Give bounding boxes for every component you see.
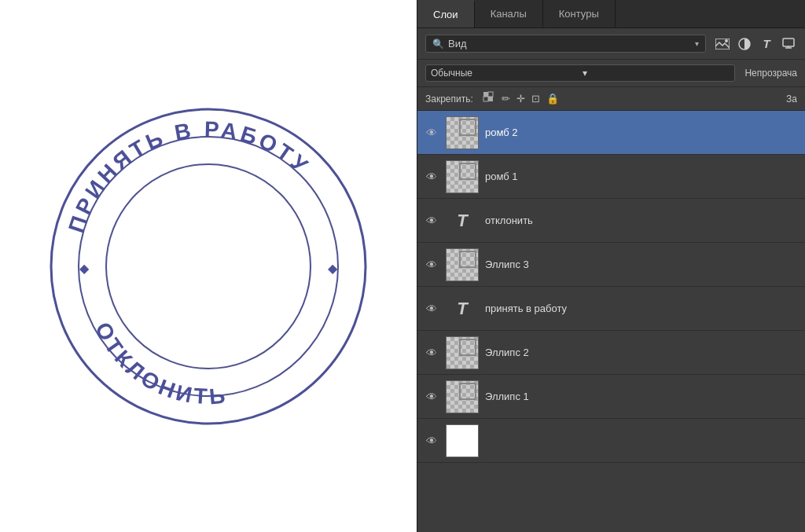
visibility-icon[interactable]: 👁 — [424, 257, 439, 273]
visibility-icon[interactable]: 👁 — [424, 433, 439, 449]
layer-thumbnail — [446, 336, 479, 369]
svg-point-8 — [725, 39, 728, 42]
lock-move-icon[interactable]: ✛ — [516, 93, 525, 105]
svg-point-2 — [106, 164, 311, 369]
panel-tabs: Слои Каналы Контуры — [417, 0, 805, 28]
layer-item[interactable]: 👁 Эллипс 1 — [417, 375, 805, 419]
text-layer-icon: T — [446, 204, 479, 237]
layer-name: отклонить — [485, 215, 799, 226]
layer-item[interactable]: 👁 Эллипс 3 — [417, 243, 805, 287]
svg-rect-14 — [488, 92, 493, 97]
layer-item[interactable]: 👁 T отклонить — [417, 199, 805, 243]
svg-rect-13 — [483, 92, 488, 97]
svg-text:◆: ◆ — [79, 262, 90, 275]
svg-rect-16 — [488, 97, 493, 101]
image-icon-btn[interactable] — [714, 35, 731, 53]
svg-text:ПРИНЯТЬ В РАБОТУ: ПРИНЯТЬ В РАБОТУ — [64, 116, 314, 235]
lock-checkered-icon[interactable] — [483, 91, 495, 106]
text-layer-icon: T — [446, 292, 479, 325]
layer-name: ромб 1 — [485, 171, 799, 182]
visibility-icon[interactable]: 👁 — [424, 213, 439, 229]
canvas-area: ПРИНЯТЬ В РАБОТУ ОТКЛОНИТЬ ◆ ◆ — [0, 0, 417, 532]
svg-rect-10 — [783, 39, 794, 46]
layer-name: Эллипс 2 — [485, 347, 799, 358]
layer-item[interactable]: 👁 — [417, 419, 805, 463]
chevron-down-icon: ▾ — [695, 39, 699, 48]
more-icon-btn[interactable] — [780, 35, 797, 53]
blend-dropdown-arrow: ▾ — [583, 68, 730, 79]
svg-rect-15 — [483, 97, 488, 101]
layer-name: принять в работу — [485, 303, 799, 314]
layer-thumbnail — [446, 380, 479, 413]
visibility-icon[interactable]: 👁 — [424, 125, 439, 141]
layer-name: Эллипс 1 — [485, 391, 799, 402]
stamp-preview: ПРИНЯТЬ В РАБОТУ ОТКЛОНИТЬ ◆ ◆ — [43, 101, 373, 431]
lock-brush-icon[interactable]: ✏ — [502, 93, 510, 105]
layer-item[interactable]: 👁 Эллипс 2 — [417, 331, 805, 375]
tab-layers[interactable]: Слои — [417, 0, 475, 28]
search-input[interactable] — [448, 38, 691, 50]
visibility-icon[interactable]: 👁 — [424, 301, 439, 317]
tab-paths[interactable]: Контуры — [543, 0, 616, 28]
layers-panel: Слои Каналы Контуры 🔍 ▾ T — [417, 0, 805, 532]
svg-text:◆: ◆ — [328, 262, 338, 275]
blend-mode-row: Обычные ▾ Непрозрача — [417, 60, 805, 87]
layer-item[interactable]: 👁 ромб 2 — [417, 111, 805, 155]
panel-icon-bar: T — [714, 35, 797, 53]
visibility-icon[interactable]: 👁 — [424, 389, 439, 405]
layer-item[interactable]: 👁 ромб 1 — [417, 155, 805, 199]
layer-thumbnail — [446, 116, 479, 149]
fill-label: За — [786, 94, 797, 105]
search-bar: 🔍 ▾ T — [417, 28, 805, 60]
lock-artboard-icon[interactable]: ⊡ — [531, 93, 540, 105]
blend-mode-select[interactable]: Обычные ▾ — [425, 64, 735, 82]
layer-item[interactable]: 👁 T принять в работу — [417, 287, 805, 331]
lock-label: Закрепить: — [425, 94, 473, 105]
visibility-icon[interactable]: 👁 — [424, 169, 439, 185]
search-wrapper[interactable]: 🔍 ▾ — [425, 35, 706, 53]
layer-name: Эллипс 3 — [485, 259, 799, 270]
opacity-label: Непрозрача — [744, 68, 797, 79]
circle-half-icon-btn[interactable] — [736, 35, 753, 53]
layers-list: 👁 ромб 2 👁 ромб 1 👁 T отклонить 👁 — [417, 111, 805, 532]
tab-channels[interactable]: Каналы — [475, 0, 543, 28]
layer-thumbnail — [446, 424, 479, 457]
visibility-icon[interactable]: 👁 — [424, 345, 439, 361]
svg-point-0 — [51, 109, 366, 424]
layer-thumbnail — [446, 160, 479, 193]
layer-thumbnail — [446, 248, 479, 281]
search-icon: 🔍 — [432, 39, 444, 50]
layer-name: ромб 2 — [485, 127, 799, 138]
svg-text:ОТКЛОНИТЬ: ОТКЛОНИТЬ — [90, 318, 230, 409]
text-icon-btn[interactable]: T — [758, 35, 775, 53]
lock-row: Закрепить: ✏ ✛ ⊡ 🔒 За — [417, 87, 805, 111]
lock-all-icon[interactable]: 🔒 — [546, 93, 559, 105]
